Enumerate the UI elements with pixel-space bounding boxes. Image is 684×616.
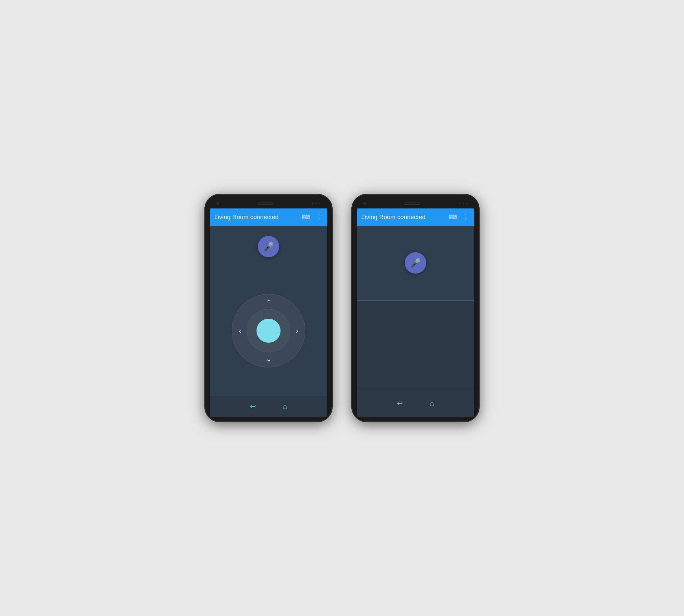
camera-2 <box>363 202 366 205</box>
chevron-up-icon-1 <box>266 298 271 306</box>
content-section-2 <box>357 301 474 390</box>
keyboard-icon-1[interactable] <box>302 214 311 221</box>
chevron-down-icon-1 <box>266 355 271 363</box>
keyboard-icon-2[interactable] <box>449 214 458 221</box>
more-options-icon-2[interactable] <box>462 213 469 221</box>
dot-3 <box>318 202 321 204</box>
mic-section-2: 🎤 <box>357 226 474 301</box>
dpad-left-button-1[interactable] <box>235 326 245 336</box>
mic-icon-2: 🎤 <box>410 258 421 268</box>
mic-button-2[interactable]: 🎤 <box>405 252 426 273</box>
screen-content-1: 🎤 <box>210 226 327 417</box>
dpad-section-1 <box>210 265 327 396</box>
back-button-2[interactable] <box>397 399 403 408</box>
more-options-icon-1[interactable] <box>315 213 323 221</box>
home-button-2[interactable] <box>429 399 434 408</box>
mic-icon-1: 🎤 <box>263 242 274 252</box>
camera-1 <box>216 202 219 205</box>
phone-top-bar-1 <box>210 199 327 208</box>
dpad-right-button-1[interactable] <box>292 326 302 336</box>
speaker-1 <box>257 202 274 205</box>
app-bar-title-1: Living Room connected <box>215 214 302 221</box>
mic-section-1: 🎤 <box>210 226 327 265</box>
screen-2: Living Room connected 🎤 <box>357 208 474 417</box>
app-bar-actions-1 <box>302 213 323 221</box>
app-bar-title-2: Living Room connected <box>361 214 449 221</box>
chevron-left-icon-1 <box>239 326 242 336</box>
phone-1: Living Room connected 🎤 <box>205 194 332 422</box>
dot-2 <box>315 202 317 204</box>
screen-1: Living Room connected 🎤 <box>210 208 327 417</box>
app-bar-2: Living Room connected <box>357 208 474 226</box>
phone-top-bar-2 <box>357 199 474 208</box>
app-bar-actions-2 <box>449 213 469 221</box>
back-button-1[interactable] <box>250 402 256 411</box>
dpad-down-button-1[interactable] <box>264 354 273 364</box>
mic-button-1[interactable]: 🎤 <box>258 236 279 257</box>
home-button-1[interactable] <box>283 402 287 411</box>
dot-5 <box>462 202 464 204</box>
status-dots-2 <box>459 202 468 204</box>
phone-2: Living Room connected 🎤 <box>352 194 479 422</box>
dpad-up-button-1[interactable] <box>264 297 273 307</box>
dpad-center-button-1[interactable] <box>257 319 281 343</box>
chevron-right-icon-1 <box>295 326 299 336</box>
dpad-1 <box>232 294 305 368</box>
bottom-nav-1 <box>210 396 327 417</box>
status-dots-1 <box>312 202 321 204</box>
app-bar-1: Living Room connected <box>210 208 327 226</box>
dot-6 <box>466 202 468 204</box>
speaker-2 <box>404 202 421 205</box>
dot-4 <box>459 202 461 204</box>
phones-container: Living Room connected 🎤 <box>205 194 479 422</box>
dot-1 <box>312 202 314 204</box>
bottom-nav-2 <box>357 390 474 417</box>
